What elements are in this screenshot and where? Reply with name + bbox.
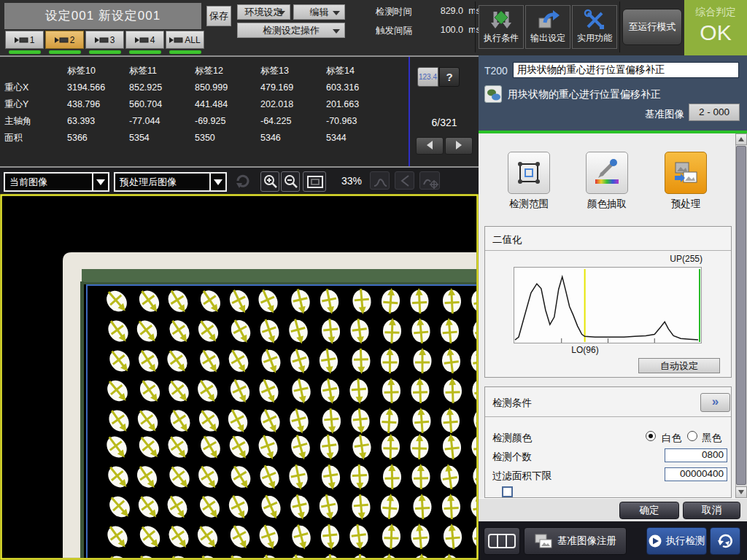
menu-edit[interactable]: 编辑: [293, 4, 345, 20]
color-extraction-button[interactable]: [586, 152, 628, 194]
scene-tab-all[interactable]: ALL: [166, 31, 204, 54]
preprocessing-button[interactable]: [665, 152, 707, 194]
fit-to-screen-button[interactable]: [303, 171, 326, 192]
camera-line-icon: [55, 36, 69, 44]
help-button[interactable]: ?: [439, 67, 460, 87]
unit-name-input[interactable]: 用块状物的重心进行位置偏移补正: [513, 62, 739, 78]
unit-description: 用块状物的重心进行位置偏移补正: [508, 88, 661, 101]
zoom-out-button[interactable]: [281, 171, 300, 192]
top-bar: 设定001 新设定001 保存 环境设定 编辑 检测设定操作 1 2 3: [0, 0, 747, 55]
binarization-section: 二值化 UP(255) LO(96) 自动设定: [484, 226, 732, 378]
menu-flow-operations[interactable]: 检测设定操作: [237, 23, 345, 38]
cell-value: 63.393: [63, 113, 125, 130]
ok-button[interactable]: 确定: [619, 502, 679, 519]
cell-value: -77.044: [125, 113, 190, 130]
conditions-title: 检测条件: [492, 397, 532, 410]
auto-set-button[interactable]: 自动设定: [638, 358, 720, 373]
loop-refresh-icon: [716, 532, 734, 550]
cell-value: 201.663: [322, 96, 409, 113]
detection-count-input[interactable]: 0800: [665, 448, 727, 462]
scrollbar-thumb[interactable]: [736, 146, 746, 485]
cancel-button[interactable]: 取消: [683, 502, 740, 519]
scene-tab-4[interactable]: 4: [125, 31, 164, 54]
radio-white-label: 白色: [662, 432, 681, 445]
image-viewer[interactable]: [0, 194, 479, 560]
processing-time-value: 829.0: [421, 6, 463, 18]
menu-edit-label: 编辑: [310, 7, 329, 18]
histogram-plot[interactable]: [514, 267, 702, 343]
menu-flow-operations-label: 检测设定操作: [263, 25, 320, 36]
expand-button[interactable]: »: [700, 393, 730, 412]
scene-status-bar: [49, 50, 81, 54]
cell-value: -64.225: [256, 113, 322, 130]
zoom-in-button[interactable]: [260, 171, 279, 192]
execute-condition-button[interactable]: 执行条件: [479, 5, 524, 49]
utility-button[interactable]: 实用功能: [572, 5, 617, 49]
cell-value: 5346: [256, 130, 322, 147]
run-measurement-label: 执行检测: [666, 534, 705, 548]
scene-tab-2[interactable]: 2: [45, 31, 84, 54]
column-header: 标签14: [322, 63, 409, 79]
reference-image-value[interactable]: 2 - 000: [689, 104, 740, 121]
scene-tab-3[interactable]: 3: [85, 31, 124, 54]
scene-tabs: 1 2 3 4 ALL: [5, 31, 206, 54]
cell-value: 441.484: [190, 96, 256, 113]
scroll-up-button[interactable]: [735, 133, 747, 145]
output-settings-button[interactable]: 输出设定: [525, 5, 570, 49]
scene-tab-label: 1: [30, 35, 35, 45]
reference-image-label: 基准图像: [645, 108, 684, 121]
column-header: 标签11: [125, 63, 190, 79]
camera-line-icon: [95, 36, 109, 44]
results-panel: 标签10标签11标签12标签13标签14重心X3194.566852.92585…: [0, 55, 479, 166]
scroll-down-button[interactable]: [735, 486, 747, 498]
execute-condition-label: 执行条件: [484, 33, 519, 43]
checkbox[interactable]: [502, 486, 513, 497]
dialog-buttons-bar: 确定 取消: [479, 498, 747, 521]
scene-tab-label: 4: [150, 35, 155, 45]
inspection-image[interactable]: [0, 194, 479, 560]
min-area-input[interactable]: 00000400: [665, 467, 727, 481]
chevron-down-icon: [333, 11, 340, 15]
region-icon: [514, 158, 543, 187]
arrow-left-icon: [427, 141, 433, 149]
prev-page-button[interactable]: [416, 137, 444, 155]
chevron-down-icon: [278, 11, 285, 15]
scene-title: 设定001 新设定001: [4, 3, 201, 29]
continuous-measure-button[interactable]: [710, 527, 740, 555]
utility-label: 实用功能: [577, 33, 612, 43]
run-mode-button[interactable]: 至运行模式: [622, 9, 682, 45]
radio-black[interactable]: [687, 431, 697, 441]
cell-value: 479.169: [256, 79, 322, 96]
cell-value: -69.925: [190, 113, 256, 130]
next-page-button[interactable]: [445, 137, 473, 155]
image-log-button[interactable]: [484, 527, 520, 555]
save-button[interactable]: 保存: [206, 6, 231, 26]
image-source-select[interactable]: 当前图像: [4, 172, 109, 192]
column-header: 标签10: [63, 63, 125, 79]
register-reference-image-button[interactable]: 基准图像注册: [524, 527, 627, 555]
refresh-icon[interactable]: [233, 171, 252, 190]
menu-environment[interactable]: 环境设定: [237, 4, 290, 20]
run-measurement-button[interactable]: 执行检测: [646, 527, 707, 555]
numeric-display-button[interactable]: 123.4: [417, 67, 438, 87]
play-icon: [649, 534, 662, 548]
scene-tab-label: ALL: [185, 35, 200, 45]
lower-threshold-label: LO(96): [562, 345, 608, 355]
row-label: 主轴角: [0, 113, 63, 130]
export-icon: [535, 9, 560, 31]
corner-cell: [0, 63, 63, 79]
detection-region-button[interactable]: [508, 152, 550, 194]
trigger-interval-value: 100.0: [421, 25, 463, 37]
curve-settings-icon[interactable]: [419, 171, 440, 190]
page-indicator: 6/321: [410, 117, 479, 128]
histogram-view-icon[interactable]: [370, 171, 390, 190]
scene-status-bar: [9, 50, 41, 54]
divider: [475, 1, 476, 52]
judgement-value: OK: [684, 20, 747, 45]
arrow-right-icon: [456, 141, 462, 149]
radio-white[interactable]: [646, 431, 656, 441]
display-mode-select[interactable]: 预处理后图像: [114, 172, 227, 192]
scene-tab-1[interactable]: 1: [5, 31, 44, 54]
processing-time-label: 检测时间: [376, 6, 421, 18]
profile-view-icon[interactable]: [395, 171, 414, 190]
